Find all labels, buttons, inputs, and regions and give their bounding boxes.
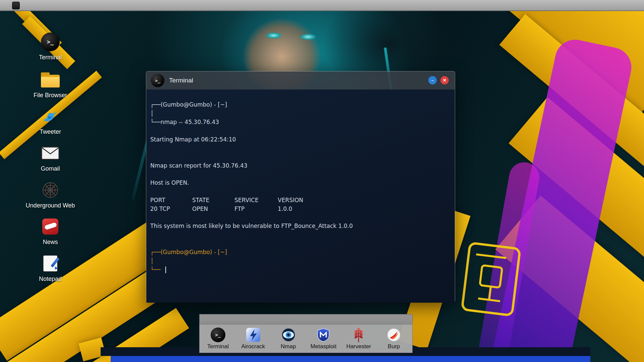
minimize-button[interactable]: – (428, 76, 437, 84)
wallpaper-cube-outline (459, 240, 525, 323)
wheat-icon (352, 327, 365, 342)
folder-icon (41, 75, 60, 87)
spiderweb-icon (42, 182, 59, 198)
desktop: >_ Terminal File Browser Tweeter (0, 0, 644, 362)
dock-item-label: Nmap (281, 343, 296, 350)
desktop-icon-terminal[interactable]: >_ Terminal (23, 31, 77, 61)
wallpaper-eye-right (299, 34, 317, 40)
desktop-icon-tweeter[interactable]: Tweeter (23, 106, 77, 135)
dock: >_ Terminal Airocrack (199, 314, 413, 353)
dock-item-burp[interactable]: Burp (377, 327, 411, 350)
desktop-icon-label: News (43, 239, 58, 246)
desktop-icon-label: File Browser (34, 92, 67, 99)
wallpaper-eye-left (265, 32, 282, 39)
terminal-output-area[interactable]: ┌──(Gumbo@Gumbo) - [~] │ └──nmap -- 45.3… (146, 89, 455, 303)
eye-icon (281, 328, 296, 342)
dock-main: >_ Terminal Airocrack (199, 324, 413, 353)
dock-item-label: Airocrack (241, 343, 265, 350)
desktop-icon-underground-web[interactable]: Underground Web (23, 179, 77, 209)
desktop-icon-notepad[interactable]: Notepad (23, 253, 77, 283)
dock-item-terminal[interactable]: >_ Terminal (201, 327, 235, 350)
dock-item-label: Harvester (346, 343, 371, 350)
desktop-icon-label: Tweeter (40, 128, 61, 135)
wallpaper-blue-band (111, 356, 590, 362)
desktop-icon-label: Terminal (39, 54, 62, 61)
lightning-icon (246, 328, 260, 342)
prompt-command: └──nmap -- 45.30.76.43 (150, 118, 448, 126)
desktop-icon-column: >_ Terminal File Browser Tweeter (23, 11, 77, 346)
flame-icon (387, 328, 401, 342)
prompt-line: ┌──(Gumbo@Gumbo) - [~] (150, 100, 448, 109)
prompt-line: │ (150, 256, 448, 265)
dock-item-airocrack[interactable]: Airocrack (236, 327, 270, 350)
prompt-line: │ (150, 109, 448, 118)
desktop-icon-file-browser[interactable]: File Browser (23, 69, 77, 99)
terminal-icon: >_ (151, 74, 164, 87)
notepad-icon (43, 255, 57, 272)
close-button[interactable]: ✕ (440, 76, 449, 84)
dock-item-label: Metasploit (311, 343, 336, 350)
prompt-line: ┌──(Gumbo@Gumbo) - [~] (150, 248, 448, 256)
desktop-icon-news[interactable]: News (23, 216, 77, 246)
top-bar (0, 0, 644, 11)
terminal-icon: >_ (41, 33, 60, 51)
news-icon (42, 219, 58, 235)
bird-icon (42, 109, 59, 123)
scan-table-row: 20 TCPOPENFTP1.0.0 (150, 204, 448, 213)
terminal-titlebar[interactable]: >_ Terminal – ✕ (146, 71, 455, 89)
terminal-cursor (165, 266, 166, 273)
dock-item-metasploit[interactable]: Metasploit (307, 327, 340, 350)
scan-table-header: PORTSTATESERVICEVERSION (150, 196, 448, 204)
desktop-icon-label: Underground Web (26, 202, 75, 209)
terminal-icon: >_ (211, 327, 225, 342)
desktop-icon-label: Notepad (39, 276, 62, 283)
system-menu-icon[interactable] (12, 2, 20, 9)
terminal-output-line: Host is OPEN. (150, 178, 448, 187)
prompt-line: └── (150, 265, 448, 274)
window-title: Terminal (169, 77, 193, 84)
desktop-icon-gomail[interactable]: Gomail (23, 142, 77, 172)
dock-item-label: Burp (388, 343, 400, 350)
desktop-icon-label: Gomail (41, 165, 60, 172)
dock-item-label: Terminal (207, 343, 229, 350)
vulnerability-line: This system is most likely to be vulnera… (150, 222, 448, 230)
dock-handle[interactable] (199, 314, 413, 324)
shield-icon (316, 328, 330, 342)
dock-item-harvester[interactable]: Harvester (342, 327, 375, 350)
dock-item-nmap[interactable]: Nmap (272, 327, 305, 350)
envelope-icon (41, 146, 60, 160)
terminal-window: >_ Terminal – ✕ ┌──(Gumbo@Gumbo) - [~] │… (146, 71, 455, 302)
terminal-output-line: Nmap scan report for 45.30.76.43 (150, 161, 448, 170)
terminal-output-line: Starting Nmap at 06:22:54:10 (150, 135, 448, 144)
